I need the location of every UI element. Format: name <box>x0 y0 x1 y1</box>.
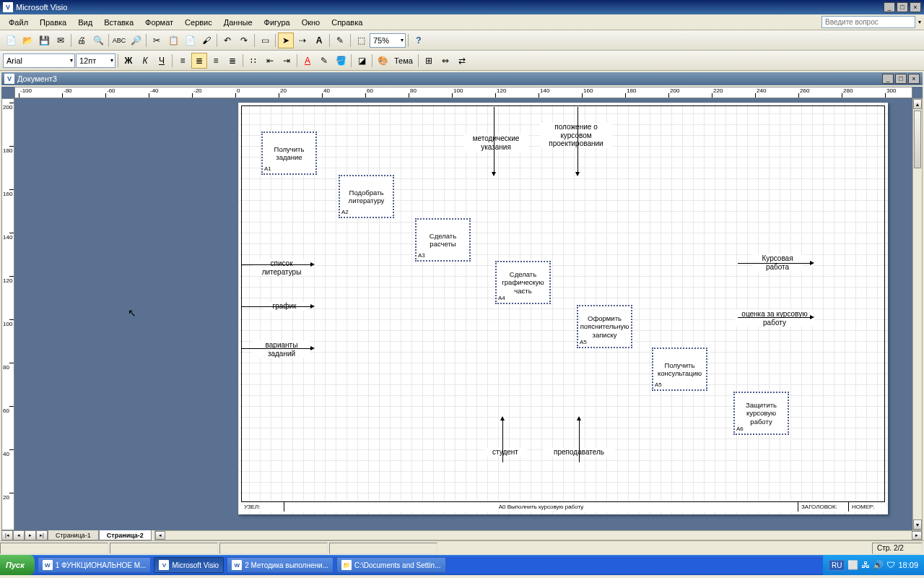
doc-minimize-button[interactable]: _ <box>882 74 894 84</box>
activity-box[interactable]: Получить заданиеA1 <box>261 131 317 175</box>
horizontal-scrollbar[interactable]: ◂ ▸ <box>154 530 923 540</box>
align-center-icon[interactable]: ≣ <box>191 53 207 69</box>
connector-icon[interactable]: ⇢ <box>295 33 310 48</box>
connect-icon[interactable]: ⇄ <box>454 53 470 69</box>
activity-box[interactable]: Получить консультациюA5 <box>652 348 707 391</box>
language-indicator[interactable]: RU <box>829 560 845 571</box>
help-icon[interactable]: ? <box>411 33 427 48</box>
menu-help[interactable]: Справка <box>326 17 368 28</box>
mail-icon[interactable]: ✉ <box>53 33 69 48</box>
open-icon[interactable]: 📂 <box>19 33 35 48</box>
tray-shield-icon[interactable]: 🛡 <box>886 560 895 570</box>
activity-box[interactable]: Защитить курсовую работуA6 <box>733 392 789 435</box>
scroll-down-button[interactable]: ▼ <box>913 519 922 530</box>
align-shapes-icon[interactable]: ⊞ <box>421 53 437 69</box>
shapes-icon[interactable]: ▭ <box>257 33 273 48</box>
font-name-dropdown[interactable]: Arial <box>3 53 75 68</box>
clock[interactable]: 18:09 <box>898 561 918 569</box>
activity-box[interactable]: Подобрать литературуA2 <box>339 175 394 218</box>
menu-shape[interactable]: Фигура <box>258 17 296 28</box>
canvas[interactable]: Получить заданиеA1Подобрать литературуA2… <box>14 98 912 530</box>
tab-nav-next[interactable]: ▸ <box>25 530 36 540</box>
align-right-icon[interactable]: ≡ <box>208 53 224 69</box>
copy-icon[interactable]: 📋 <box>165 33 181 48</box>
diagram-label[interactable]: варианты заданий <box>253 341 310 358</box>
diagram-label[interactable]: студент <box>484 448 527 457</box>
taskbar-item[interactable]: W1 ФУНКЦИОНАЛЬНОЕ М... <box>38 557 152 573</box>
taskbar-item[interactable]: 📁C:\Documents and Settin... <box>336 557 446 573</box>
align-left-icon[interactable]: ≡ <box>175 53 191 69</box>
taskbar-item[interactable]: W2 Методика выполнени... <box>227 557 334 573</box>
italic-icon[interactable]: К <box>137 53 153 69</box>
close-button[interactable]: × <box>910 2 921 12</box>
zoom-full-icon[interactable]: ⬚ <box>353 33 369 48</box>
scroll-up-button[interactable]: ▲ <box>913 99 922 109</box>
scroll-right-button[interactable]: ▸ <box>912 531 922 540</box>
pointer-icon[interactable]: ➤ <box>278 33 294 48</box>
menu-insert[interactable]: Вставка <box>98 17 139 28</box>
diagram-label[interactable]: положение о курсовом проектировании <box>540 123 612 148</box>
vertical-scrollbar[interactable]: ▲ ▼ <box>912 98 923 530</box>
font-size-dropdown[interactable]: 12пт <box>76 53 116 68</box>
start-button[interactable]: Пуск <box>0 555 35 575</box>
new-icon[interactable]: 📄 <box>3 33 19 48</box>
text-icon[interactable]: A <box>311 33 327 48</box>
minimize-button[interactable]: _ <box>884 2 895 12</box>
page-tab-1[interactable]: Страница-1 <box>48 530 99 540</box>
justify-icon[interactable]: ≣ <box>225 53 240 69</box>
drawing-page[interactable]: Получить заданиеA1Подобрать литературуA2… <box>238 103 888 514</box>
diagram-label[interactable]: методические указания <box>463 134 528 151</box>
menu-view[interactable]: Вид <box>72 17 98 28</box>
tray-network-icon[interactable]: 🖧 <box>861 560 870 570</box>
taskbar-item[interactable]: VMicrosoft Visio <box>154 557 224 573</box>
help-search-input[interactable] <box>821 16 915 28</box>
shadow-icon[interactable]: ◪ <box>354 53 370 69</box>
fill-color-icon[interactable]: 🪣 <box>333 53 349 69</box>
doc-maximize-button[interactable]: □ <box>895 74 907 84</box>
tab-nav-first[interactable]: |◂ <box>1 530 13 540</box>
activity-box[interactable]: Оформить пояснительную запискуA5 <box>577 305 632 348</box>
menu-data[interactable]: Данные <box>218 17 258 28</box>
tray-volume-icon[interactable]: 🔊 <box>873 560 884 570</box>
distribute-icon[interactable]: ⇔ <box>437 53 453 69</box>
scroll-left-button[interactable]: ◂ <box>155 531 165 540</box>
save-icon[interactable]: 💾 <box>36 33 52 48</box>
diagram-label[interactable]: оценка за курсовую работу <box>735 310 814 327</box>
decrease-indent-icon[interactable]: ⇤ <box>262 53 278 69</box>
research-icon[interactable]: 🔎 <box>128 33 144 48</box>
scroll-thumb[interactable] <box>914 111 921 168</box>
menu-tools[interactable]: Сервис <box>179 17 218 28</box>
activity-box[interactable]: Сделать графическую частьA4 <box>495 261 551 304</box>
menu-file[interactable]: Файл <box>3 17 34 28</box>
activity-box[interactable]: Сделать расчетыA3 <box>415 218 471 262</box>
redo-icon[interactable]: ↷ <box>236 33 252 48</box>
print-preview-icon[interactable]: 🔍 <box>90 33 106 48</box>
tab-nav-last[interactable]: ▸| <box>36 530 48 540</box>
horizontal-ruler[interactable]: -100-80-60-40-20020406080100120140160180… <box>14 87 912 98</box>
ink-icon[interactable]: ✎ <box>332 33 348 48</box>
line-color-icon[interactable]: ✎ <box>316 53 332 69</box>
cut-icon[interactable]: ✂ <box>149 33 165 48</box>
increase-indent-icon[interactable]: ⇥ <box>279 53 295 69</box>
page-tab-2[interactable]: Страница-2 <box>99 530 152 540</box>
menu-window[interactable]: Окно <box>296 17 326 28</box>
bullets-icon[interactable]: ∷ <box>245 53 261 69</box>
print-icon[interactable]: 🖨 <box>74 33 90 48</box>
format-painter-icon[interactable]: 🖌 <box>199 33 214 48</box>
theme-icon[interactable]: 🎨 <box>375 53 391 69</box>
menu-edit[interactable]: Правка <box>34 17 72 28</box>
font-color-icon[interactable]: A <box>300 53 315 69</box>
menu-format[interactable]: Формат <box>139 17 179 28</box>
maximize-button[interactable]: □ <box>897 2 908 12</box>
zoom-dropdown[interactable]: 75% <box>370 33 406 48</box>
doc-close-button[interactable]: × <box>908 74 920 84</box>
tray-icon[interactable]: ⬜ <box>847 560 858 570</box>
underline-icon[interactable]: Ч <box>154 53 170 69</box>
vertical-ruler[interactable]: 20018016014012010080604020 <box>1 98 14 530</box>
spelling-icon[interactable]: ABC <box>111 33 127 48</box>
theme-label[interactable]: Тема <box>391 56 416 65</box>
paste-icon[interactable]: 📄 <box>182 33 198 48</box>
undo-icon[interactable]: ↶ <box>219 33 235 48</box>
bold-icon[interactable]: Ж <box>121 53 136 69</box>
tab-nav-prev[interactable]: ◂ <box>13 530 25 540</box>
